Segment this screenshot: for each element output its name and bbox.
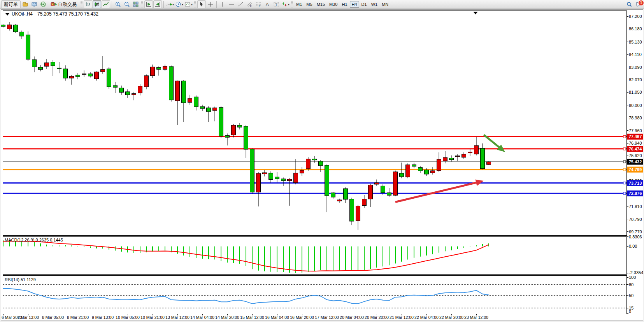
timeframe-w1-button[interactable]: W1	[369, 1, 380, 8]
fibonacci-icon: F	[255, 1, 261, 7]
search-button[interactable]	[625, 0, 633, 8]
zoom-in-button[interactable]	[114, 0, 122, 8]
price-tick-label: 82.070	[629, 77, 642, 82]
time-tick-label: 14 Mar 20:00	[215, 315, 239, 320]
crosshair-button[interactable]	[206, 0, 215, 8]
candlestick-chart-icon	[94, 1, 100, 7]
signals-button[interactable]	[39, 0, 47, 8]
price-tick-label: 81.050	[629, 90, 642, 94]
price-tag-label: 73.713	[629, 181, 642, 186]
notification-badge: 1	[638, 0, 644, 6]
market-watch-icon	[22, 1, 28, 7]
bar-chart-icon	[85, 1, 91, 7]
time-tick-label: 7 Mar 13:00	[17, 315, 39, 320]
crosshair-icon	[207, 1, 214, 7]
arrows-button[interactable]: ▾	[281, 0, 290, 8]
tile-windows-button[interactable]	[132, 0, 140, 8]
price-tick-label: 75.920	[629, 153, 642, 158]
chart-window: 87.20086.18085.13084.11083.09082.07081.0…	[0, 9, 644, 322]
chevron-down-icon: ▾	[182, 3, 183, 6]
horizontal-line-icon	[228, 1, 235, 7]
timeframe-m30-button[interactable]: M30	[327, 1, 339, 8]
chevron-down-icon: ▾	[172, 3, 174, 6]
periods-button[interactable]: ▾	[175, 0, 184, 8]
line-chart-button[interactable]	[102, 0, 110, 8]
indicators-button[interactable]: ▾	[165, 0, 174, 8]
templates-button[interactable]: ▾	[184, 0, 193, 8]
price-tag-label: 76.474	[629, 147, 642, 151]
toolbar-separator	[141, 1, 143, 7]
price-tick-label: 71.810	[629, 204, 642, 209]
toolbar-separator	[291, 1, 293, 7]
timeframe-mn-button[interactable]: MN	[380, 1, 390, 8]
cursor-button[interactable]	[197, 0, 206, 8]
text-button[interactable]: A	[263, 0, 272, 8]
svg-text:E: E	[250, 5, 252, 7]
time-tick-label: 20 Mar 20:00	[365, 315, 389, 320]
price-tick-label: 77.960	[629, 128, 642, 133]
auto-scroll-icon	[146, 1, 152, 7]
zoom-in-icon	[115, 1, 121, 7]
autotrading-button[interactable]: 自动交易	[48, 0, 79, 8]
chart-window-icon	[31, 1, 37, 7]
arrows-icon	[281, 1, 288, 7]
auto-scroll-button[interactable]	[144, 0, 153, 8]
vertical-line-button[interactable]	[218, 0, 227, 8]
indicators-icon	[166, 1, 172, 7]
market-watch-button[interactable]	[21, 0, 30, 8]
price-tick-label: 87.200	[629, 14, 642, 19]
toolbar-separator	[216, 1, 217, 8]
autotrading-label: 自动交易	[58, 1, 77, 8]
text-label-button[interactable]: T	[272, 0, 281, 8]
rsi-label: RSI(14) 51.1129	[5, 277, 36, 282]
timeframe-m5-button[interactable]: M5	[304, 1, 314, 8]
macd-label: MACD(12,26,9) 0.2635 0.1445	[5, 238, 63, 242]
timeframe-m1-button[interactable]: M1	[294, 1, 304, 8]
time-tick-label: 21 Mar 12:00	[390, 315, 414, 320]
time-tick-label: 10 Mar 21:00	[140, 315, 165, 320]
rsi-axis-label: 80	[629, 282, 633, 287]
notifications-button[interactable]: 1	[634, 0, 643, 8]
time-tick-label: 17 Mar 12:00	[315, 315, 339, 320]
zoom-out-icon	[124, 1, 130, 7]
time-tick-label: 23 Mar 12:00	[464, 315, 488, 320]
main-toolbar: 新订单自动交易▾▾▾EFAT▾M1M5M15M30H1H4D1W1MN1	[0, 0, 644, 9]
new-order-label: 新订单	[4, 1, 18, 8]
time-axis: 6 Mar 20237 Mar 13:008 Mar 05:008 Mar 21…	[2, 314, 488, 320]
equidistant-channel-button[interactable]: E	[245, 0, 254, 8]
signals-icon	[40, 1, 46, 7]
bar-chart-button[interactable]	[84, 0, 92, 8]
timeframe-h1-button[interactable]: H1	[340, 1, 349, 8]
timeframe-h4-button[interactable]: H4	[350, 1, 359, 8]
periods-icon	[175, 1, 181, 7]
horizontal-line-button[interactable]	[227, 0, 236, 8]
toolbar-separator	[81, 1, 82, 7]
zoom-out-button[interactable]	[123, 0, 131, 8]
toolbar-separator	[194, 1, 196, 7]
equidistant-channel-icon: E	[246, 1, 253, 7]
svg-text:A: A	[266, 2, 269, 7]
price-tick-label: 76.940	[629, 141, 642, 145]
trendline-button[interactable]	[236, 0, 245, 8]
svg-text:T: T	[275, 3, 277, 7]
price-tick-label: 78.980	[629, 116, 642, 120]
timeframe-m15-button[interactable]: M15	[315, 1, 327, 8]
time-tick-label: 13 Mar 12:00	[165, 315, 190, 320]
macd-axis-label: 0.8306	[629, 234, 642, 239]
chart-shift-button[interactable]	[153, 0, 162, 8]
autotrading-icon	[51, 1, 57, 7]
text-icon: A	[264, 1, 270, 7]
chart-title-ohlc: 75.205 75.473 75.170 75.432	[37, 11, 98, 17]
price-tick-label: 80.000	[629, 103, 642, 108]
line-chart-icon	[103, 1, 109, 7]
new-order-button[interactable]: 新订单	[1, 0, 21, 8]
timeframe-d1-button[interactable]: D1	[360, 1, 369, 8]
fibonacci-button[interactable]: F	[254, 0, 263, 8]
price-tag-label: 75.432	[629, 159, 642, 164]
candlestick-chart-button[interactable]	[93, 0, 101, 8]
chart-window-button[interactable]	[30, 0, 39, 8]
time-tick-label: 8 Mar 21:00	[67, 315, 89, 320]
time-tick-label: 16 Mar 20:00	[290, 315, 314, 320]
price-tick-label: 70.790	[629, 217, 642, 222]
vertical-line-icon	[219, 1, 226, 7]
